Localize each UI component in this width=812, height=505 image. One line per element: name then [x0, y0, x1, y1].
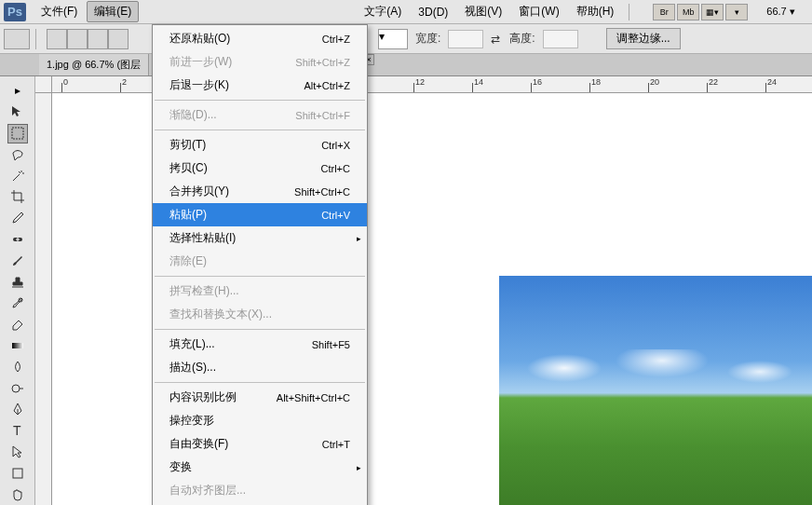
healing-brush-tool[interactable]	[7, 230, 28, 250]
app-logo: Ps	[4, 3, 26, 21]
style-dropdown[interactable]: ▾	[378, 29, 408, 49]
menu-item-shortcut: Shift+F5	[312, 339, 350, 350]
blur-tool[interactable]	[7, 357, 28, 376]
pen-tool[interactable]	[7, 400, 28, 419]
gradient-tool[interactable]	[7, 336, 28, 356]
brush-tool[interactable]	[7, 251, 28, 270]
vertical-ruler[interactable]	[35, 93, 52, 505]
menu-item-shortcut: Ctrl+X	[321, 140, 350, 151]
menu-item-label: 粘贴(P)	[169, 207, 207, 223]
document-tab[interactable]: 1.jpg @ 66.7% (图层	[39, 54, 149, 75]
menu-item-label: 描边(S)...	[169, 360, 216, 375]
menu-item-label: 后退一步(K)	[169, 77, 229, 93]
screen-mode-button[interactable]: ▦▾	[701, 4, 724, 20]
current-tool-preset[interactable]	[4, 29, 30, 49]
menu-item[interactable]: 剪切(T)Ctrl+X	[153, 133, 367, 157]
selection-add[interactable]	[67, 29, 88, 49]
menu-item-shortcut: Ctrl+T	[322, 439, 350, 450]
svg-text:T: T	[13, 423, 21, 438]
swap-icon[interactable]: ⇄	[489, 33, 502, 46]
height-field[interactable]	[543, 30, 578, 48]
ruler-tick-label: 20	[650, 77, 659, 87]
menu-item: 前进一步(W)Shift+Ctrl+Z	[153, 50, 367, 74]
menu-item-label: 前进一步(W)	[169, 54, 232, 70]
edit-dropdown-menu: 还原粘贴(O)Ctrl+Z前进一步(W)Shift+Ctrl+Z后退一步(K)A…	[152, 24, 368, 505]
ruler-tick-label: 22	[709, 77, 718, 87]
menu-item-label: 拷贝(C)	[169, 160, 208, 176]
menu-item-shortcut: Ctrl+V	[321, 210, 350, 221]
menu-item-label: 变换	[169, 459, 192, 475]
menu-item-label: 操控变形	[169, 413, 214, 429]
menu-item[interactable]: 还原粘贴(O)Ctrl+Z	[153, 27, 367, 50]
menu-separator	[155, 382, 365, 383]
arrange-button[interactable]: ▾	[725, 4, 748, 20]
crop-tool[interactable]	[7, 187, 28, 207]
bridge-button[interactable]: Br	[653, 4, 675, 20]
ruler-tick-label: 14	[474, 77, 483, 87]
menu-item[interactable]: 后退一步(K)Alt+Ctrl+Z	[153, 74, 367, 97]
menu-separator	[155, 130, 365, 130]
menu-item[interactable]: 选择性粘贴(I)	[153, 226, 367, 250]
width-field[interactable]	[448, 30, 483, 48]
refine-edge-button[interactable]: 调整边缘...	[606, 28, 681, 49]
menu-item-label: 自动对齐图层...	[169, 483, 246, 498]
menu-separator	[155, 329, 365, 330]
lasso-tool[interactable]	[7, 145, 28, 165]
marquee-tool[interactable]	[7, 124, 28, 143]
mb-button[interactable]: Mb	[677, 4, 699, 20]
selection-intersect[interactable]	[108, 29, 129, 49]
ruler-tick-label: 18	[591, 77, 601, 87]
stamp-tool[interactable]	[7, 272, 28, 292]
menu-item: 查找和替换文本(X)...	[153, 303, 367, 326]
hand-tool[interactable]	[7, 485, 28, 504]
menu-item-label: 拼写检查(H)...	[169, 283, 239, 299]
height-label: 高度:	[508, 31, 536, 47]
menu-separator	[155, 100, 365, 101]
ruler-tick-label: 24	[767, 77, 777, 87]
menu-edit[interactable]: 编辑(E)	[87, 1, 139, 22]
menu-separator	[155, 276, 365, 277]
menu-item[interactable]: 填充(L)...Shift+F5	[153, 333, 367, 356]
menu-item[interactable]: 内容识别比例Alt+Shift+Ctrl+C	[153, 386, 367, 409]
eyedropper-tool[interactable]	[7, 209, 28, 228]
shape-tool[interactable]	[7, 463, 28, 483]
menu-item[interactable]: 变换	[153, 456, 367, 479]
menu-item-shortcut: Alt+Shift+Ctrl+C	[277, 392, 350, 403]
menu-item[interactable]: 拷贝(C)Ctrl+C	[153, 157, 367, 180]
dodge-tool[interactable]	[7, 378, 28, 398]
selection-new[interactable]	[47, 29, 67, 49]
menu-view[interactable]: 视图(V)	[457, 1, 509, 22]
image-content	[499, 276, 812, 505]
menu-item-shortcut: Shift+Ctrl+Z	[295, 57, 350, 68]
eraser-tool[interactable]	[7, 315, 28, 334]
menu-item: 自动对齐图层...	[153, 479, 367, 502]
menu-item-label: 填充(L)...	[169, 336, 215, 352]
menu-item[interactable]: 合并拷贝(Y)Shift+Ctrl+C	[153, 180, 367, 203]
magic-wand-tool[interactable]	[7, 166, 28, 185]
ruler-origin[interactable]	[35, 76, 52, 93]
menu-item: 拼写检查(H)...	[153, 280, 367, 303]
selection-subtract[interactable]	[88, 29, 108, 49]
menu-item[interactable]: 描边(S)...	[153, 356, 367, 379]
menu-item[interactable]: 操控变形	[153, 409, 367, 432]
ruler-tick-label: 2	[122, 77, 127, 87]
menu-file[interactable]: 文件(F)	[34, 1, 85, 22]
menu-item[interactable]: 粘贴(P)Ctrl+V	[153, 203, 367, 226]
selection-mode-group	[47, 29, 129, 49]
menu-item-label: 清除(E)	[169, 253, 207, 269]
options-bar: ▾ 宽度: ⇄ 高度: 调整边缘...	[0, 24, 812, 54]
type-tool[interactable]: T	[7, 421, 28, 441]
menu-3d[interactable]: 3D(D)	[411, 3, 455, 21]
zoom-level[interactable]: 66.7 ▾	[763, 6, 798, 18]
menu-item-label: 合并拷贝(Y)	[169, 184, 229, 199]
menu-type[interactable]: 文字(A)	[357, 1, 409, 22]
menu-item[interactable]: 自由变换(F)Ctrl+T	[153, 432, 367, 456]
menu-item: 渐隐(D)...Shift+Ctrl+F	[153, 103, 367, 127]
menu-window[interactable]: 窗口(W)	[511, 1, 566, 22]
path-selection-tool[interactable]	[7, 443, 28, 462]
expand-icon[interactable]: ▸	[7, 81, 28, 101]
history-brush-tool[interactable]	[7, 293, 28, 313]
menu-item-shortcut: Ctrl+Z	[322, 34, 350, 45]
menu-help[interactable]: 帮助(H)	[569, 1, 622, 22]
move-tool[interactable]	[7, 102, 28, 122]
